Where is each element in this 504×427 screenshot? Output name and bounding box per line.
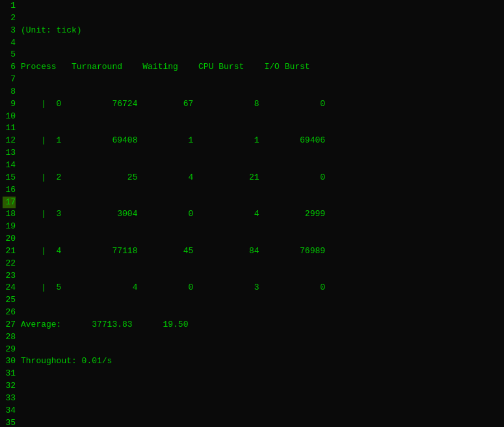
line-numbers: 1 2 3 4 5 6 7 8 9 10 11 12 13 14 15 16 1… [0,0,18,427]
ln-16: 16 [3,184,16,197]
ln-2: 2 [3,12,16,25]
ln-32: 32 [3,380,16,393]
ln-17: 17 [3,197,16,209]
ln-35: 35 [3,417,16,427]
ln-18: 18 [3,208,16,221]
ln-21: 21 [3,245,16,258]
line-1: (Unit: tick) [21,25,501,37]
ln-20: 20 [3,233,16,245]
ln-9: 9 [3,98,16,111]
ln-24: 24 [3,282,16,294]
ln-1: 1 [3,0,16,12]
ln-7: 7 [3,74,16,86]
ln-15: 15 [3,172,16,184]
line-4: | 1 69408 1 1 69406 [21,135,501,147]
ln-23: 23 [3,270,16,282]
ln-8: 8 [3,86,16,98]
ln-19: 19 [3,221,16,233]
line-2: Process Turnaround Waiting CPU Burst I/O… [21,61,501,74]
ln-3: 3 [3,25,16,37]
ln-30: 30 [3,355,16,368]
line-9: Average: 37713.83 19.50 [21,319,501,331]
line-10: Throughout: 0.01/s [21,355,501,368]
ln-25: 25 [3,294,16,307]
ln-22: 22 [3,258,16,270]
line-7: | 4 77118 45 84 76989 [21,245,501,258]
ln-14: 14 [3,159,16,172]
line-8: | 5 4 0 3 0 [21,282,501,294]
ln-31: 31 [3,368,16,380]
ln-13: 13 [3,147,16,159]
ln-26: 26 [3,307,16,319]
ln-10: 10 [3,111,16,123]
ln-33: 33 [3,393,16,405]
ln-29: 29 [3,344,16,356]
ln-34: 34 [3,405,16,417]
ln-12: 12 [3,135,16,147]
ln-5: 5 [3,49,16,61]
line-6: | 3 3004 0 4 2999 [21,208,501,221]
ln-28: 28 [3,331,16,344]
terminal-content: (Unit: tick) Process Turnaround Waiting … [18,0,504,427]
ln-27: 27 [3,319,16,331]
ln-6: 6 [3,61,16,74]
line-3: | 0 76724 67 8 0 [21,98,501,111]
line-11 [21,393,501,405]
terminal-window: 1 2 3 4 5 6 7 8 9 10 11 12 13 14 15 16 1… [0,0,504,427]
line-5: | 2 25 4 21 0 [21,172,501,184]
ln-4: 4 [3,37,16,49]
ln-11: 11 [3,122,16,135]
